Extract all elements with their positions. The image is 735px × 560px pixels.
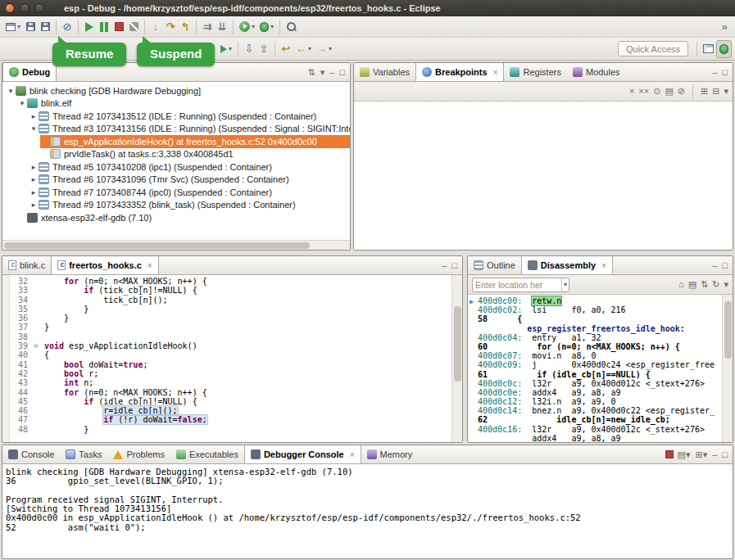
debug-tree-item[interactable]: esp_vApplicationIdleHook() at freertos_h… — [2, 135, 350, 148]
window-close-button[interactable] — [5, 3, 15, 13]
tab-modules[interactable]: Modules — [567, 63, 626, 81]
quick-access-field[interactable]: Quick Access — [618, 41, 688, 56]
tab-outline[interactable]: Outline — [468, 256, 521, 274]
sync-icon[interactable]: ⇅ — [701, 280, 708, 289]
disassembly-line[interactable]: 400d0c04: entry a1, 32 — [470, 333, 722, 342]
disassembly-listing[interactable]: ▶400d0c00: retw.n400d0c02: lsi f0, a0, 2… — [468, 295, 722, 442]
tree-item-content[interactable]: ▸Thread #2 1073413512 (IDLE : Running) (… — [29, 110, 350, 123]
disassembly-line[interactable]: 400d0c14: bnez.n a9, 0x400d0c22 <esp_reg… — [470, 406, 722, 415]
debug-tree-item[interactable]: xtensa-esp32-elf-gdb (7.10) — [2, 211, 350, 224]
tab-tasks[interactable]: Tasks — [60, 445, 107, 463]
location-combo[interactable]: ▾ — [472, 278, 569, 292]
code-line[interactable]: bool doWait=true; — [44, 360, 451, 369]
resume-button[interactable] — [82, 18, 97, 36]
tab-disassembly[interactable]: Disassembly × — [521, 256, 613, 274]
debug-perspective-button[interactable] — [716, 40, 732, 58]
disassembly-line[interactable]: esp_register_freertos_idle_hook: — [470, 324, 722, 333]
show-source-icon[interactable]: ▤ — [688, 280, 696, 289]
chevron-down-icon[interactable]: ▾ — [561, 278, 569, 291]
search-button[interactable] — [284, 18, 299, 36]
debug-tree-item[interactable]: ▾Thread #3 1073413156 (IDLE : Running) (… — [2, 123, 350, 136]
code-line[interactable]: } — [44, 425, 451, 434]
debug-tree-item[interactable]: ▸Thread #5 1073410208 (ipc1) (Suspended … — [2, 160, 350, 174]
window-minimize-button[interactable] — [20, 3, 29, 13]
run-button[interactable]: ▾ — [237, 18, 257, 36]
code-line[interactable]: if (tick_cb[n]!=NULL) { — [44, 286, 451, 295]
maximize-button[interactable]: □ — [338, 68, 346, 77]
disassembly-line[interactable]: 61 if (idle_cb[n]==NULL) { — [470, 370, 722, 379]
scrollbar-thumb[interactable] — [724, 301, 732, 359]
remove-all-breakpoints-icon[interactable]: ×× — [638, 87, 649, 96]
tab-blink-c[interactable]: blink.c — [2, 256, 51, 274]
disassembly-line[interactable]: 400d0c16: l32r a9, 0x400d012c <_stext+27… — [470, 425, 722, 434]
home-icon[interactable]: ⌂ — [678, 280, 684, 289]
fold-column[interactable]: ⊖ — [31, 275, 41, 442]
disassembly-line[interactable]: 400d0c02: lsi f0, a0, 216 — [470, 305, 722, 314]
remove-breakpoint-icon[interactable]: × — [629, 87, 634, 96]
code-line[interactable]: void esp_vApplicationIdleHook() — [44, 341, 451, 350]
drop-to-frame-button[interactable]: ⇊ — [215, 18, 229, 36]
display-selected-console-icon[interactable]: ▤▾ — [677, 450, 692, 459]
twistie-icon[interactable]: ▸ — [29, 188, 39, 196]
step-return-button[interactable]: ↰ — [178, 18, 193, 36]
tab-console[interactable]: Console — [2, 445, 60, 463]
maximize-button[interactable]: □ — [721, 68, 728, 77]
debug-tree-item[interactable]: ▸Thread #7 1073408744 (ipc0) (Suspended … — [2, 186, 350, 199]
back-button[interactable]: ←▾ — [293, 40, 314, 58]
twistie-icon[interactable]: ▸ — [29, 163, 39, 171]
terminate-console-button[interactable] — [665, 450, 674, 458]
window-maximize-button[interactable] — [34, 3, 44, 13]
debug-tree-item[interactable]: ▸Thread #9 1073433352 (blink_task) (Susp… — [2, 199, 350, 212]
debug-tree-item[interactable]: ▾blink.elf — [2, 97, 350, 111]
go-to-file-icon[interactable]: ▤ — [665, 87, 673, 96]
refresh-icon[interactable]: ↻ — [712, 280, 719, 289]
tree-item-content[interactable]: ▾blink checking [GDB Hardware Debugging] — [6, 84, 350, 97]
suspend-button[interactable] — [97, 18, 111, 36]
open-perspective-button[interactable] — [701, 40, 716, 58]
save-all-button[interactable] — [38, 18, 52, 36]
tree-item-content[interactable]: ▾blink.elf — [17, 97, 350, 111]
forward-button[interactable]: →▾ — [314, 40, 334, 58]
instruction-stepping-button[interactable]: ⇉ — [200, 18, 215, 36]
collapse-all-icon[interactable]: ⊟ — [712, 87, 719, 96]
code-line[interactable] — [44, 332, 451, 341]
tree-item-content[interactable]: prvIdleTask() at tasks.c:3,338 0x400845d… — [40, 148, 350, 161]
open-console-icon[interactable]: ⊞▾ — [694, 450, 708, 459]
twistie-icon[interactable]: ▸ — [29, 112, 39, 120]
disassembly-line[interactable]: 400d0c12: l32i.n a9, a9, 0 — [470, 397, 722, 406]
debug-tree-item[interactable]: ▸Thread #2 1073413512 (IDLE : Running) (… — [2, 110, 350, 123]
disassembly-line[interactable]: 58 { — [470, 314, 722, 323]
tree-item-content[interactable]: ▸Thread #5 1073410208 (ipc1) (Suspended … — [29, 160, 350, 174]
horizontal-scrollbar[interactable] — [2, 240, 350, 250]
minimize-button[interactable]: – — [711, 261, 718, 270]
code-line[interactable]: } — [44, 314, 451, 323]
toolbar-overflow-button[interactable]: » — [717, 18, 732, 36]
link-with-debug-icon[interactable]: ⇅ — [306, 68, 315, 77]
disassembly-line[interactable]: addx4 a9, a8, a9 — [470, 434, 722, 442]
code-area[interactable]: for (n=0; n<MAX_HOOKS; n++) { if (tick_c… — [41, 275, 451, 442]
code-line[interactable]: bool r; — [44, 369, 451, 378]
disassembly-line[interactable]: 60 for (n=0; n<MAX_HOOKS; n++) { — [470, 342, 722, 351]
next-annotation-button[interactable]: ⇩ — [242, 40, 256, 58]
code-line[interactable]: r=idle_cb[n](); — [44, 406, 451, 415]
code-line[interactable]: if (!r) doWait=false; — [44, 415, 451, 424]
scrollbar-thumb[interactable] — [454, 306, 461, 382]
twistie-icon[interactable]: ▾ — [6, 87, 16, 95]
skip-all-breakpoints-button[interactable]: ⊘ — [60, 18, 75, 36]
tree-item-content[interactable]: ▸Thread #7 1073408744 (ipc0) (Suspended … — [29, 186, 350, 199]
save-button[interactable] — [23, 18, 38, 36]
minimize-button[interactable]: – — [711, 68, 718, 77]
tree-item-content[interactable]: xtensa-esp32-elf-gdb (7.10) — [17, 211, 350, 224]
minimize-button[interactable]: – — [329, 68, 335, 77]
code-editor[interactable]: 3233343536373839404142434445464748 ⊖ for… — [2, 275, 462, 442]
show-breakpoints-for-selected-icon[interactable]: ⊙ — [653, 87, 660, 96]
maximize-button[interactable]: □ — [721, 450, 728, 459]
step-into-button[interactable]: ↓ — [148, 18, 163, 36]
new-wizard-button[interactable]: ▾ — [3, 18, 23, 36]
disconnect-button[interactable] — [126, 18, 141, 36]
tree-item-content[interactable]: ▸Thread #9 1073433352 (blink_task) (Susp… — [29, 199, 350, 212]
tab-executables[interactable]: Executables — [170, 445, 244, 463]
debug-tree-item[interactable]: ▾blink checking [GDB Hardware Debugging] — [2, 84, 350, 97]
view-menu-icon[interactable]: ▾ — [724, 87, 728, 96]
last-edit-location-button[interactable]: ↩ — [279, 40, 293, 58]
